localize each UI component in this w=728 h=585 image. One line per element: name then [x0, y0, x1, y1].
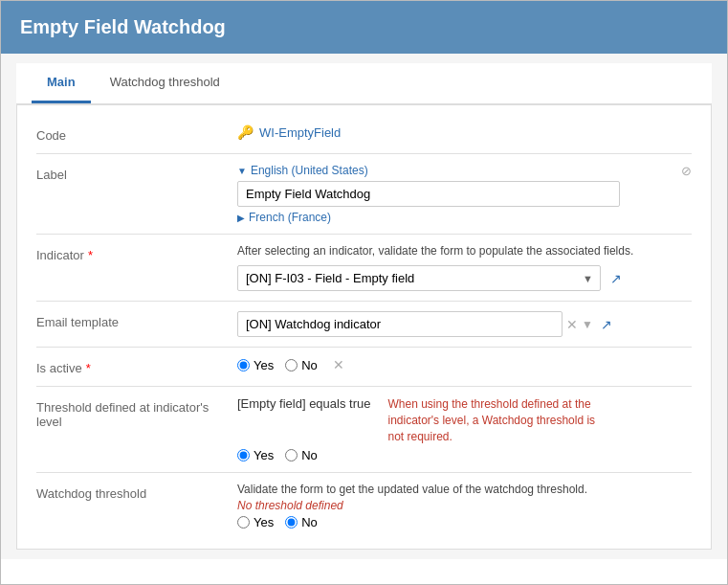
watchdog-no-label[interactable]: No	[285, 515, 318, 529]
divider-1	[36, 153, 692, 154]
threshold-tooltip: When using the threshold defined at the …	[387, 396, 598, 444]
watchdog-threshold-label: Watchdog threshold	[36, 483, 237, 501]
indicator-ext-link-icon[interactable]: ↗	[610, 271, 622, 286]
watchdog-no-radio[interactable]	[285, 516, 298, 529]
is-active-no-label[interactable]: No	[285, 358, 318, 372]
tab-main[interactable]: Main	[32, 63, 91, 103]
is-active-yes-radio[interactable]	[237, 359, 250, 371]
label-row: Label ▼ English (United States) ▶ F	[36, 156, 692, 232]
page-header: Empty Field Watchdog	[1, 1, 727, 54]
divider-5	[36, 386, 692, 387]
tab-watchdog-threshold[interactable]: Watchdog threshold	[95, 63, 235, 103]
content-area: Main Watchdog threshold Code 🔑 WI-EmptyF…	[1, 54, 727, 559]
threshold-yes-label[interactable]: Yes	[237, 448, 274, 462]
watchdog-yes-label[interactable]: Yes	[237, 515, 274, 529]
is-active-no-radio[interactable]	[285, 359, 298, 371]
threshold-indicator-radio-group: Yes No	[237, 448, 692, 462]
watchdog-yes-radio[interactable]	[237, 516, 250, 529]
tab-bar: Main Watchdog threshold	[16, 63, 712, 104]
indicator-value-area: After selecting an indicator, validate t…	[237, 244, 692, 291]
is-active-required-star: *	[86, 361, 91, 375]
language-fr-toggle[interactable]: ▶ French (France)	[237, 211, 681, 224]
code-display: 🔑 WI-EmptyField	[237, 124, 692, 140]
form-area: Code 🔑 WI-EmptyField Label	[16, 104, 712, 550]
email-template-value-area: [ON] Watchdog indicator ✕ ▼ ↗	[237, 311, 692, 337]
indicator-select-row: [ON] F-I03 - Field - Empty field ▼ ↗	[237, 265, 692, 291]
indicator-row: Indicator * After selecting an indicator…	[36, 236, 692, 299]
watchdog-threshold-row: Watchdog threshold Validate the form to …	[36, 475, 692, 537]
watchdog-validate-hint: Validate the form to get the updated val…	[237, 483, 692, 496]
language-en-toggle[interactable]: ▼ English (United States)	[237, 164, 681, 177]
threshold-indicator-value-area: [Empty field] equals true When using the…	[237, 396, 692, 462]
indicator-label: Indicator *	[36, 244, 237, 262]
email-select-wrapper: [ON] Watchdog indicator ✕ ▼ ↗	[237, 311, 692, 337]
indicator-select-wrapper: [ON] F-I03 - Field - Empty field ▼	[237, 265, 601, 291]
chevron-right-icon: ▶	[237, 213, 245, 223]
divider-3	[36, 301, 692, 302]
is-active-radio-group: Yes No ✕	[237, 357, 692, 372]
is-active-row: Is active * Yes No ✕	[36, 349, 692, 384]
indicator-required-star: *	[88, 248, 93, 262]
email-template-row: Email template [ON] Watchdog indicator ✕…	[36, 304, 692, 345]
email-dropdown-arrow-icon[interactable]: ▼	[582, 318, 593, 331]
is-active-yes-label[interactable]: Yes	[237, 358, 274, 372]
label-label: Label	[36, 164, 237, 182]
email-template-label: Email template	[36, 311, 237, 329]
label-field-content: ▼ English (United States) ▶ French (Fran…	[237, 164, 681, 224]
indicator-select[interactable]: [ON] F-I03 - Field - Empty field	[237, 265, 601, 291]
chevron-down-icon: ▼	[237, 166, 247, 176]
threshold-value-text: [Empty field] equals true	[237, 396, 370, 411]
watchdog-threshold-value-area: Validate the form to get the updated val…	[237, 483, 692, 529]
threshold-yes-radio[interactable]	[237, 449, 250, 461]
watchdog-threshold-radio-group: Yes No	[237, 515, 692, 529]
email-select[interactable]: [ON] Watchdog indicator	[237, 311, 563, 337]
threshold-indicator-row: Threshold defined at indicator's level […	[36, 389, 692, 470]
page-title: Empty Field Watchdog	[20, 16, 226, 37]
code-row: Code 🔑 WI-EmptyField	[36, 117, 692, 151]
is-active-label: Is active *	[36, 357, 237, 375]
key-icon: 🔑	[237, 124, 254, 140]
code-value-area: 🔑 WI-EmptyField	[237, 124, 692, 140]
threshold-no-radio[interactable]	[285, 449, 298, 461]
page-wrapper: Empty Field Watchdog Main Watchdog thres…	[0, 0, 728, 585]
threshold-row: [Empty field] equals true When using the…	[237, 396, 692, 444]
indicator-hint: After selecting an indicator, validate t…	[237, 244, 692, 258]
email-clear-icon[interactable]: ✕	[566, 317, 578, 332]
threshold-indicator-label: Threshold defined at indicator's level	[36, 396, 237, 429]
no-threshold-text: No threshold defined	[237, 499, 692, 512]
divider-2	[36, 234, 692, 235]
code-label: Code	[36, 124, 237, 143]
email-ext-link-icon[interactable]: ↗	[601, 317, 612, 332]
label-field-outer: ▼ English (United States) ▶ French (Fran…	[237, 164, 692, 224]
divider-4	[36, 347, 692, 348]
email-select-inner: [ON] Watchdog indicator	[237, 311, 563, 337]
divider-6	[36, 472, 692, 473]
label-text-input[interactable]	[237, 181, 620, 207]
null-icon: ⊘	[681, 164, 692, 178]
is-active-clear-icon[interactable]: ✕	[333, 357, 344, 372]
threshold-no-label[interactable]: No	[285, 448, 318, 462]
is-active-value-area: Yes No ✕	[237, 357, 692, 372]
